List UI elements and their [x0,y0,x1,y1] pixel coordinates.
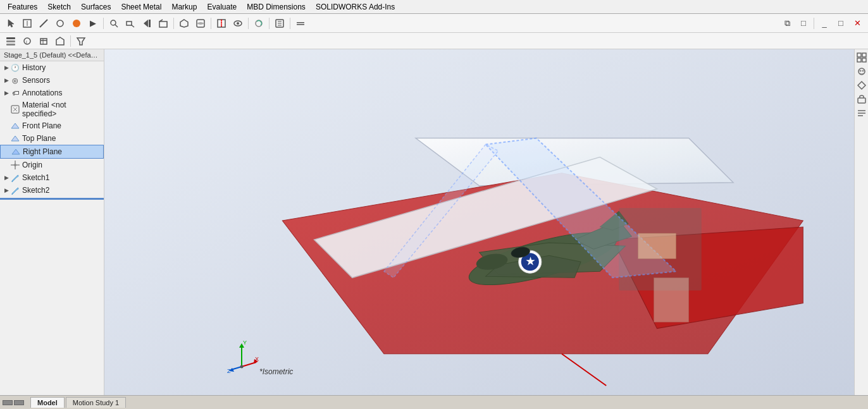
right-panel [854,49,868,395]
svg-rect-58 [654,278,689,322]
window-maximize-vp[interactable]: □ [833,16,848,31]
svg-rect-24 [297,22,304,23]
tree-item-sensors[interactable]: ▶ ◎ Sensors [0,74,104,87]
toolbar-circle[interactable] [53,16,68,31]
sidebar-resizer[interactable] [101,49,104,395]
status-bar: Model Motion Study 1 [0,395,868,409]
svg-rect-69 [857,53,861,57]
svg-line-2 [40,20,47,27]
sketch2-expand: ▶ [3,186,10,194]
svg-rect-57 [638,233,676,259]
menu-bar: Features Sketch Surfaces Sheet Metal Mar… [0,0,868,14]
toolbar-select[interactable] [3,16,18,31]
svg-marker-9 [144,20,148,27]
model-tab[interactable]: Model [30,397,65,408]
toolbar-options[interactable] [272,16,287,31]
top-plane-icon [10,133,20,143]
menu-features[interactable]: Features [3,1,42,13]
toolbar-hide-show[interactable] [230,16,245,31]
decals-btn[interactable] [856,94,867,105]
svg-text:i: i [26,39,27,45]
svg-point-29 [24,38,30,44]
tree-item-sketch1[interactable]: ▶ Sketch1 [0,171,104,184]
menu-surfaces[interactable]: Surfaces [76,1,116,13]
menu-addins[interactable]: SOLIDWORKS Add-Ins [311,1,400,13]
scroll-indicator2 [14,400,24,405]
tree-item-material[interactable]: ▶ Material <not specified> [0,99,104,119]
menu-evaluate[interactable]: Evaluate [202,1,242,13]
3d-viewport[interactable]: ★ Y X [104,49,854,395]
tree-item-top-plane[interactable]: ▶ Top Plane [0,132,104,145]
tree-item-history[interactable]: ▶ 🕐 History [0,61,104,74]
toolbar-display-style[interactable] [193,16,208,31]
window-maximize[interactable]: □ [796,16,811,31]
svg-text:Y: Y [243,339,247,346]
toolbar-view-orient[interactable] [177,16,192,31]
svg-rect-70 [862,53,866,57]
scene-btn[interactable] [856,80,867,91]
toolbar-3d-view[interactable] [156,16,171,31]
model-svg: ★ [104,49,854,395]
window-close-vp[interactable]: ✕ [850,16,865,31]
origin-label: Origin [22,161,42,169]
svg-text:Z: Z [227,368,231,373]
custom-props-btn[interactable] [856,107,867,119]
menu-sheet-metal[interactable]: Sheet Metal [116,1,166,13]
menu-mbd[interactable]: MBD Dimensions [242,1,311,13]
svg-marker-33 [77,38,85,45]
svg-rect-72 [862,58,866,62]
window-restore[interactable]: ⧉ [779,16,795,31]
tree-item-sketch2[interactable]: ▶ Sketch2 [0,184,104,197]
view-label: *Isometric [259,367,293,376]
menu-markup[interactable]: Markup [166,1,202,13]
svg-point-4 [73,20,80,27]
tree-item-front-plane[interactable]: ▶ Front Plane [0,119,104,132]
material-label: Material <not specified> [22,101,101,118]
right-plane-label: Right Plane [23,147,62,156]
document-title: Stage_1_5 (Default) <<Default>_Displ [0,49,104,61]
sketch1-label: Sketch1 [22,173,49,182]
menu-sketch[interactable]: Sketch [42,1,76,13]
fm-configuration-manager[interactable] [36,34,51,49]
sketch2-icon [10,185,20,195]
main-area: Stage_1_5 (Default) <<Default>_Displ ▶ 🕐… [0,49,868,395]
svg-rect-26 [6,37,15,39]
history-expand: ▶ [3,64,10,71]
history-icon: 🕐 [10,63,20,73]
fm-dxf-dfm[interactable] [53,34,68,49]
window-minimize-vp[interactable]: _ [817,16,832,31]
svg-rect-25 [297,24,304,25]
toolbar-more[interactable]: ▶ [85,16,101,31]
toolbar-zoom-area[interactable] [123,16,138,31]
svg-point-37 [14,164,16,166]
appearances-btn[interactable] [856,66,867,77]
toolbar-zoom-fit[interactable] [106,16,121,31]
feature-tree: Stage_1_5 (Default) <<Default>_Displ ▶ 🕐… [0,49,104,395]
sketch2-label: Sketch2 [22,186,49,195]
motion-study-tab[interactable]: Motion Study 1 [66,397,126,408]
tree-item-origin[interactable]: ▶ Origin [0,159,104,171]
toolbar-more2[interactable] [293,16,308,31]
tree-item-right-plane[interactable]: ▶ Right Plane [0,145,104,159]
annotations-label: Annotations [22,89,62,97]
view-palette-btn[interactable] [856,52,867,63]
tree-item-annotations[interactable]: ▶ 🏷 Annotations [0,87,104,99]
history-label: History [22,63,46,72]
svg-rect-11 [159,21,167,27]
sketch1-icon [10,173,20,183]
svg-rect-28 [6,44,15,46]
toolbar-section-view[interactable] [214,16,229,31]
toolbar-smart-dimension[interactable] [20,16,35,31]
svg-point-3 [57,20,63,27]
scroll-indicator [3,400,13,405]
fm-feature-manager[interactable] [3,34,18,49]
toolbar-color[interactable] [69,16,84,31]
sensors-label: Sensors [22,76,50,85]
toolbar-previous-view[interactable] [139,16,154,31]
right-plane-icon [11,147,21,157]
toolbar-edit-appearance[interactable] [251,16,266,31]
fm-filter[interactable] [73,34,89,49]
toolbar-line[interactable] [36,16,51,31]
fm-property-manager[interactable]: i [20,34,35,49]
svg-text:★: ★ [526,255,535,267]
